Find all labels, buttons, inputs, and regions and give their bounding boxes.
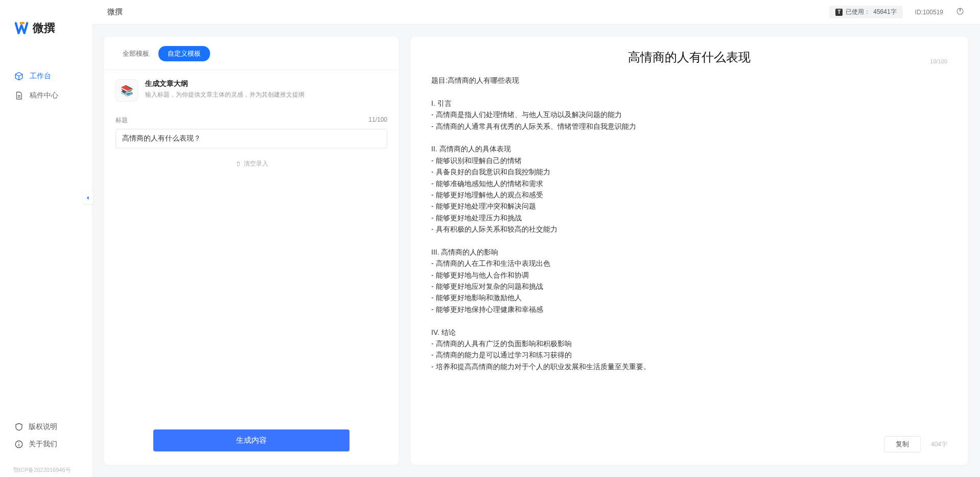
main-nav: 工作台 稿件中心 (0, 56, 92, 418)
tab-all-templates[interactable]: 全部模板 (113, 46, 158, 61)
generate-button[interactable]: 生成内容 (153, 429, 349, 451)
usage-badge[interactable]: T 已使用：45641字 (829, 6, 902, 18)
power-button[interactable] (955, 7, 965, 18)
user-id: ID:100519 (915, 9, 943, 16)
text-icon: T (835, 9, 843, 16)
nav-item-label: 稿件中心 (30, 91, 58, 100)
sidebar-footer: 版权说明 关于我们 (0, 418, 92, 463)
brand-logo: 微撰 (0, 15, 92, 56)
content-row: 全部模板 自定义模板 📚 生成文章大纲 输入标题，为你提供文章主体的灵感，并为其… (92, 25, 980, 477)
field-label: 标题 (115, 116, 128, 125)
usage-value: 45641字 (873, 8, 896, 16)
shield-icon (14, 422, 24, 431)
trash-icon (235, 161, 242, 167)
footer-about[interactable]: 关于我们 (14, 436, 78, 453)
input-panel: 全部模板 自定义模板 📚 生成文章大纲 输入标题，为你提供文章主体的灵感，并为其… (104, 37, 399, 465)
template-title: 生成文章大纲 (145, 79, 387, 88)
topbar: 微撰 T 已使用：45641字 ID:100519 (92, 0, 980, 25)
brand-name: 微撰 (33, 20, 55, 36)
output-title[interactable]: 高情商的人有什么表现 (628, 49, 751, 65)
title-field-block: 标题 11/100 (104, 107, 399, 152)
title-input[interactable] (115, 129, 387, 148)
usage-prefix: 已使用： (846, 8, 870, 16)
clear-input-button[interactable]: 清空录入 (104, 152, 399, 175)
template-tabs: 全部模板 自定义模板 (104, 46, 399, 70)
tab-custom-template[interactable]: 自定义模板 (158, 46, 210, 61)
info-icon (14, 440, 24, 449)
output-body[interactable]: 题目:高情商的人有哪些表现 I. 引言 - 高情商是指人们处理情绪、与他人互动以… (431, 75, 947, 428)
footer-item-label: 关于我们 (29, 440, 57, 449)
output-footer: 复制 404字 (431, 428, 947, 452)
nav-docs[interactable]: 稿件中心 (0, 86, 92, 105)
main-area: 微撰 T 已使用：45641字 ID:100519 全部模板 自定义模板 📚 (92, 0, 980, 477)
logo-icon (14, 21, 29, 35)
document-icon (14, 91, 24, 100)
footer-copyright[interactable]: 版权说明 (14, 418, 78, 436)
template-icon: 📚 (115, 79, 138, 102)
sidebar: 微撰 工作台 稿件中心 版权说明 关于我们 鄂ICP备2022016946号 (0, 0, 92, 477)
sidebar-collapse-handle[interactable] (83, 192, 93, 204)
power-icon (955, 7, 965, 16)
field-counter: 11/100 (368, 116, 387, 125)
output-title-counter: 10/100 (930, 58, 947, 64)
output-panel: 高情商的人有什么表现 10/100 题目:高情商的人有哪些表现 I. 引言 - … (411, 37, 968, 465)
svg-point-2 (18, 442, 19, 443)
word-count: 404字 (931, 440, 947, 449)
footer-item-label: 版权说明 (29, 422, 57, 431)
chevron-left-icon (85, 195, 91, 201)
page-title: 微撰 (107, 7, 123, 17)
cube-icon (14, 72, 24, 81)
nav-item-label: 工作台 (30, 72, 51, 81)
template-subtitle: 输入标题，为你提供文章主体的灵感，并为其创建推文提纲 (145, 90, 387, 99)
selected-template-card: 📚 生成文章大纲 输入标题，为你提供文章主体的灵感，并为其创建推文提纲 (104, 70, 399, 107)
nav-workspace[interactable]: 工作台 (0, 66, 92, 86)
clear-label: 清空录入 (244, 160, 268, 168)
copy-button[interactable]: 复制 (884, 436, 921, 452)
icp-text: 鄂ICP备2022016946号 (0, 463, 92, 477)
